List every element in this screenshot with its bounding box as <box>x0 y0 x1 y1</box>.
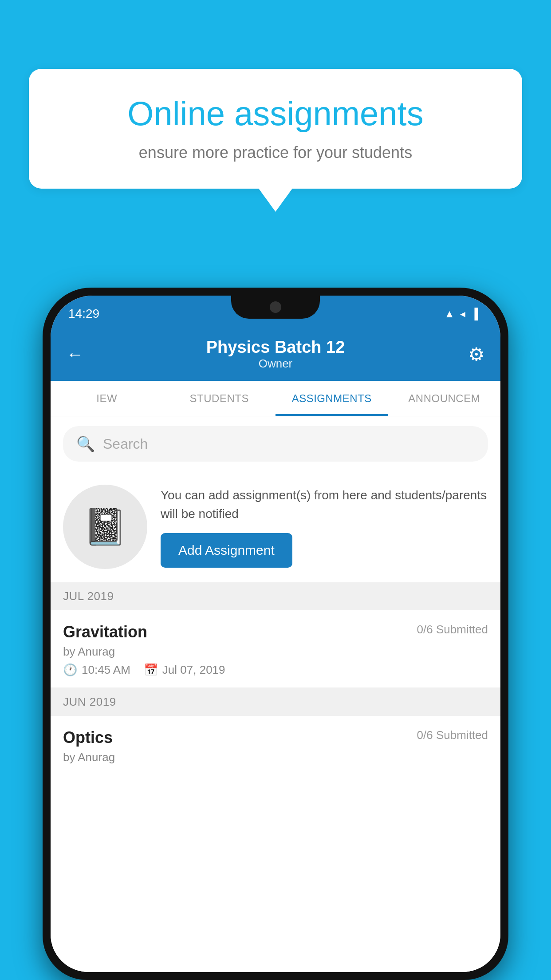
assignment-gravitation[interactable]: Gravitation 0/6 Submitted by Anurag 🕐 10… <box>51 610 500 688</box>
phone-inner: 14:29 ▲ ◂ ▐ ← Physics Batch 12 Owner ⚙ <box>51 296 500 972</box>
assignment-time-gravitation: 🕐 10:45 AM <box>63 663 130 677</box>
promo-description: You can add assignment(s) from here and … <box>161 486 488 523</box>
tab-announcements[interactable]: ANNOUNCEM <box>388 381 501 416</box>
optics-row1: Optics 0/6 Submitted <box>63 728 488 747</box>
promo-card: 📓 You can add assignment(s) from here an… <box>51 471 500 582</box>
header-title-block: Physics Batch 12 Owner <box>206 338 345 371</box>
section-jun-2019: JUN 2019 <box>51 688 500 716</box>
clock-icon: 🕐 <box>63 663 77 677</box>
search-input-placeholder[interactable]: Search <box>103 436 148 452</box>
back-button[interactable]: ← <box>66 344 84 364</box>
settings-icon[interactable]: ⚙ <box>468 344 485 365</box>
search-icon: 🔍 <box>76 435 95 453</box>
assignment-optics[interactable]: Optics 0/6 Submitted by Anurag <box>51 716 500 778</box>
assignment-name-gravitation: Gravitation <box>63 623 147 641</box>
speech-bubble: Online assignments ensure more practice … <box>29 69 522 189</box>
add-assignment-button[interactable]: Add Assignment <box>161 533 292 568</box>
calendar-icon: 📅 <box>144 663 158 677</box>
speech-bubble-title: Online assignments <box>60 93 491 134</box>
app-header: ← Physics Batch 12 Owner ⚙ <box>51 328 500 381</box>
battery-icon: ▐ <box>471 308 478 320</box>
tab-students[interactable]: STUDENTS <box>163 381 276 416</box>
promo-icon-circle: 📓 <box>63 485 147 569</box>
phone-frame: 14:29 ▲ ◂ ▐ ← Physics Batch 12 Owner ⚙ <box>43 288 508 980</box>
speech-bubble-container: Online assignments ensure more practice … <box>29 69 522 189</box>
assignment-submitted-optics: 0/6 Submitted <box>417 728 488 742</box>
signal-icon: ◂ <box>460 308 465 320</box>
content-area: 🔍 Search 📓 You can add assignment(s) fro… <box>51 416 500 972</box>
tabs-bar: IEW STUDENTS ASSIGNMENTS ANNOUNCEM <box>51 381 500 416</box>
header-title: Physics Batch 12 <box>206 338 345 357</box>
assignment-name-optics: Optics <box>63 728 113 747</box>
section-jul-2019: JUL 2019 <box>51 582 500 610</box>
promo-content: You can add assignment(s) from here and … <box>161 486 488 568</box>
assignment-date-gravitation: 📅 Jul 07, 2019 <box>144 663 225 677</box>
assignment-by-gravitation: by Anurag <box>63 645 488 659</box>
status-time: 14:29 <box>68 307 99 321</box>
camera <box>270 301 281 313</box>
notebook-icon: 📓 <box>83 506 127 548</box>
assignment-row1: Gravitation 0/6 Submitted <box>63 623 488 641</box>
notch <box>231 296 320 319</box>
wifi-icon: ▲ <box>444 308 455 320</box>
phone-screen: 14:29 ▲ ◂ ▐ ← Physics Batch 12 Owner ⚙ <box>51 296 500 972</box>
header-subtitle: Owner <box>206 357 345 371</box>
speech-bubble-subtitle: ensure more practice for your students <box>60 143 491 162</box>
tab-iew[interactable]: IEW <box>51 381 163 416</box>
assignment-by-optics: by Anurag <box>63 751 488 764</box>
assignment-meta-gravitation: 🕐 10:45 AM 📅 Jul 07, 2019 <box>63 663 488 677</box>
assignment-submitted-gravitation: 0/6 Submitted <box>417 623 488 636</box>
tab-assignments[interactable]: ASSIGNMENTS <box>276 381 388 416</box>
search-bar[interactable]: 🔍 Search <box>63 426 488 462</box>
status-icons: ▲ ◂ ▐ <box>444 308 478 320</box>
search-bar-container: 🔍 Search <box>51 416 500 471</box>
